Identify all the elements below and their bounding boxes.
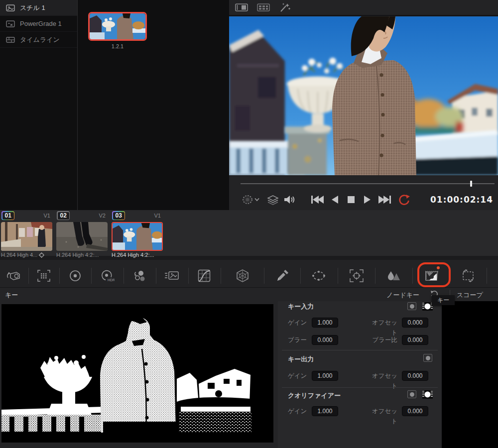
color-match-icon[interactable] <box>37 270 50 282</box>
timeline-clip-1[interactable]: 01 V1 H.264 High 4... <box>1 211 52 259</box>
viewer-image[interactable] <box>229 16 498 175</box>
sizing-icon[interactable] <box>461 269 475 282</box>
sidebar-item-label: PowerGrade 1 <box>20 20 62 27</box>
viewer-mode-icon[interactable] <box>241 194 254 205</box>
qualifier-matte-icon[interactable] <box>422 390 433 399</box>
viewer-photo <box>229 16 498 175</box>
clip-filename: H.264 High 4... <box>1 252 52 258</box>
clip-filename: H.264 High 4:2:... <box>112 252 163 258</box>
offset-value-field[interactable]: 0.000 <box>402 371 428 381</box>
clip-header: 01 V1 <box>1 211 52 222</box>
viewer-toolbar <box>229 0 498 16</box>
color-wheels-icon[interactable] <box>69 269 82 282</box>
key-settings-panel: キー入力 ゲイン 1.000 オフセット 0.000 ブラー 0.000 ブラー… <box>278 301 442 448</box>
gain-value-field[interactable]: 1.000 <box>312 406 338 416</box>
gallery-still-label: 1.2.1 <box>88 43 147 49</box>
davinci-color-page: スチル 1 PowerGrade 1 タイムライン <box>0 0 498 448</box>
param-label: ゲイン <box>288 318 307 328</box>
node-key-button[interactable]: ノードキー <box>386 291 419 300</box>
play-icon[interactable] <box>364 195 372 204</box>
qualifier-solo-toggle[interactable] <box>407 390 416 398</box>
offset-value-field[interactable]: 0.000 <box>402 318 428 328</box>
param-label: オフセット <box>368 406 397 426</box>
param-label: ゲイン <box>288 406 307 416</box>
stop-icon[interactable] <box>347 196 355 204</box>
matte-viewer <box>0 301 278 448</box>
key-palette-title: キー <box>5 291 18 300</box>
tracker-icon[interactable] <box>350 269 364 282</box>
clip-number-badge: 01 <box>1 211 14 220</box>
qualifier-icon[interactable] <box>276 269 289 282</box>
clip-header: 03 V1 <box>112 211 163 222</box>
timeline-clip-2[interactable]: 02 V2 H.264 High 4:2:... <box>56 211 108 259</box>
section-title-key-output: キー出力 <box>288 355 314 364</box>
viewer-scrub-bar[interactable] <box>241 183 495 184</box>
key-active-dot <box>437 266 440 269</box>
skip-to-end-icon[interactable] <box>378 195 391 204</box>
audio-mute-icon[interactable] <box>283 195 295 205</box>
gain-value-field[interactable]: 1.000 <box>312 318 338 328</box>
key-palette-header: キー ノードキー スコープ <box>0 288 498 301</box>
sidebar-item-label: スチル 1 <box>20 3 45 12</box>
stills-icon <box>6 4 15 11</box>
clip-thumb-image <box>56 222 108 251</box>
key-matte-image[interactable] <box>1 304 273 443</box>
camera-raw-icon[interactable] <box>6 270 21 282</box>
key-output-solo-toggle[interactable] <box>423 354 432 362</box>
sidebar-item-powergrade[interactable]: PowerGrade 1 <box>0 16 77 32</box>
window-icon[interactable] <box>311 270 326 282</box>
scope-button[interactable]: スコープ <box>457 291 483 300</box>
clip-header: 02 V2 <box>56 211 108 222</box>
hdr-wheels-icon[interactable]: HDR <box>100 269 115 283</box>
key-input-matte-icon[interactable] <box>422 302 433 311</box>
timeline-clip-3-current[interactable]: 03 V1 H.264 High 4:2:... <box>112 211 163 259</box>
step-back-icon[interactable] <box>331 195 339 204</box>
timeline-clips-strip: 01 V1 H.264 High 4... <box>0 210 498 260</box>
offset-value-field[interactable]: 0.000 <box>402 406 428 416</box>
gallery-panel: スチル 1 PowerGrade 1 タイムライン <box>0 0 229 210</box>
viewer-playhead[interactable] <box>470 181 472 187</box>
loop-icon[interactable] <box>398 194 411 206</box>
key-icon[interactable] <box>423 269 439 282</box>
magic-wand-icon[interactable] <box>279 2 291 13</box>
section-title-key-input: キー入力 <box>288 302 314 311</box>
chevron-down-icon[interactable] <box>254 198 259 202</box>
gain-value-field[interactable]: 1.000 <box>312 371 338 381</box>
blur-ratio-value-field[interactable]: 0.000 <box>402 335 428 345</box>
powergrade-icon <box>6 20 15 27</box>
param-label: オフセット <box>368 318 397 337</box>
viewer-panel: 01:00:02:14 <box>229 0 498 210</box>
blur-icon[interactable] <box>386 269 400 282</box>
clip-thumbnail-selected[interactable] <box>112 222 163 251</box>
clip-thumbnail[interactable] <box>56 222 108 251</box>
transport-controls: 01:00:02:14 <box>229 191 498 209</box>
clip-thumbnail[interactable] <box>1 222 52 251</box>
gallery-still-thumbnail[interactable] <box>88 12 147 41</box>
param-label: ブラー比 <box>368 335 397 345</box>
lightbox-icon[interactable] <box>257 3 270 12</box>
key-input-solo-toggle[interactable] <box>407 302 416 310</box>
sidebar-item-stills[interactable]: スチル 1 <box>0 0 77 16</box>
param-label: ゲイン <box>288 371 307 381</box>
sidebar-item-label: タイムライン <box>20 35 60 44</box>
curves-icon[interactable] <box>198 269 211 282</box>
still-thumb-image <box>90 13 145 39</box>
section-divider <box>282 387 438 388</box>
blur-value-field[interactable]: 0.000 <box>312 335 338 345</box>
wipe-layers-icon[interactable] <box>266 194 279 205</box>
matte-bw-image <box>1 304 273 443</box>
sidebar-item-timelines[interactable]: タイムライン <box>0 32 77 48</box>
rgb-mixer-icon[interactable] <box>132 269 146 282</box>
bottom-work-area: キー入力 ゲイン 1.000 オフセット 0.000 ブラー 0.000 ブラー… <box>0 301 498 448</box>
clip-thumb-image <box>1 222 52 251</box>
skip-to-start-icon[interactable] <box>311 195 324 204</box>
motion-effects-icon[interactable] <box>164 270 179 281</box>
image-wipe-icon[interactable] <box>235 3 248 12</box>
color-warper-icon[interactable] <box>236 269 249 282</box>
key-tooltip: キー <box>432 295 455 305</box>
clip-thumb-image <box>113 223 162 250</box>
clip-number-badge: 03 <box>112 211 125 220</box>
clip-number-badge: 02 <box>57 211 70 220</box>
timelines-icon <box>6 36 15 43</box>
section-title-qualifier: クオリファイアー <box>288 391 341 400</box>
